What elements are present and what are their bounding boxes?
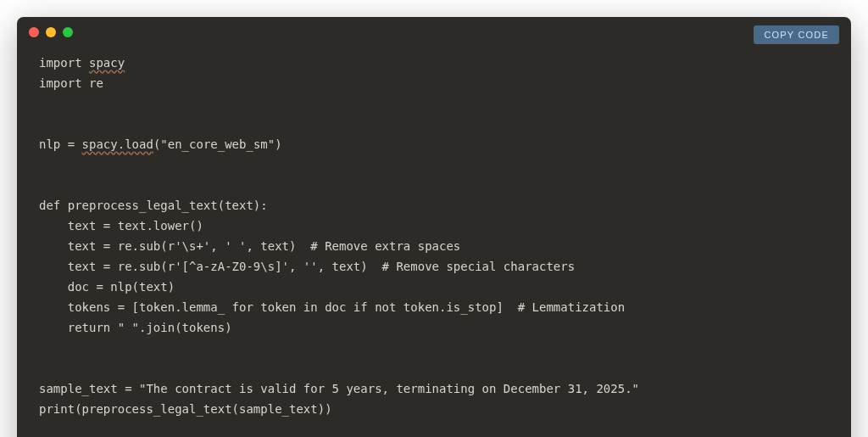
code-line: sample_text = "The contract is valid for… xyxy=(39,382,639,395)
code-line: text = text.lower() xyxy=(39,219,203,233)
code-line: text = re.sub(r'[^a-zA-Z0-9\s]', '', tex… xyxy=(39,260,575,273)
code-window: COPY CODE import spacy import re nlp = s… xyxy=(17,17,851,437)
traffic-lights xyxy=(29,27,73,37)
code-line: nlp = spacy.load("en_core_web_sm") xyxy=(39,137,282,151)
titlebar: COPY CODE xyxy=(17,17,851,48)
window-zoom-icon[interactable] xyxy=(63,27,73,37)
code-line: return " ".join(tokens) xyxy=(39,321,232,334)
code-line: tokens = [token.lemma_ for token in doc … xyxy=(39,300,625,314)
window-minimize-icon[interactable] xyxy=(46,27,56,37)
code-line: print(preprocess_legal_text(sample_text)… xyxy=(39,402,332,416)
code-line: doc = nlp(text) xyxy=(39,280,175,294)
code-block[interactable]: import spacy import re nlp = spacy.load(… xyxy=(17,48,851,437)
code-line: text = re.sub(r'\s+', ' ', text) # Remov… xyxy=(39,239,460,253)
code-line: import spacy xyxy=(39,56,125,70)
code-line: import re xyxy=(39,76,103,90)
window-close-icon[interactable] xyxy=(29,27,39,37)
copy-code-button[interactable]: COPY CODE xyxy=(754,25,839,44)
code-line: def preprocess_legal_text(text): xyxy=(39,199,268,212)
